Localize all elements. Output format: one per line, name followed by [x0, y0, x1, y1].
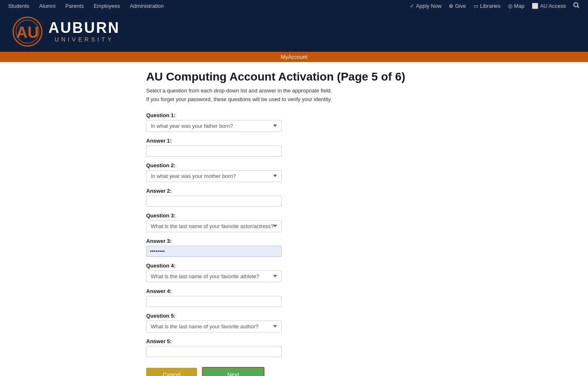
- give-icon: ⊕: [449, 3, 453, 9]
- svg-point-0: [574, 2, 578, 7]
- logo-text: AUBURN UNIVERSITY: [48, 21, 120, 43]
- answer4-label: Answer 4:: [146, 288, 442, 294]
- nav-libraries[interactable]: ▭ Libraries: [473, 3, 501, 9]
- university-subtitle: UNIVERSITY: [48, 36, 120, 43]
- nav-students[interactable]: Students: [8, 3, 29, 9]
- question3-group: Question 3: What is the last name of you…: [146, 212, 442, 232]
- top-nav-left: Students Alumni Parents Employees Admini…: [8, 3, 164, 9]
- answer4-group: Answer 4:: [146, 288, 442, 307]
- question4-label: Question 4:: [146, 263, 442, 269]
- answer5-label: Answer 5:: [146, 338, 442, 344]
- answer3-input[interactable]: [146, 246, 282, 257]
- question3-select[interactable]: What is the last name of your favorite a…: [146, 220, 282, 232]
- answer3-group: Answer 3:: [146, 238, 442, 257]
- top-nav-right: ✓ Apply Now ⊕ Give ▭ Libraries ◎ Map ⬜ A…: [410, 2, 580, 10]
- question5-label: Question 5:: [146, 313, 442, 319]
- monitor-icon: ⬜: [532, 3, 538, 9]
- subtitle-bar: MyAccount: [0, 52, 588, 62]
- nav-give[interactable]: ⊕ Give: [449, 3, 466, 9]
- nav-administration[interactable]: Administration: [130, 3, 163, 9]
- question2-select[interactable]: In what year was your mother born? In wh…: [146, 170, 282, 182]
- search-icon[interactable]: [573, 2, 580, 10]
- logo-area: AU AUBURN UNIVERSITY: [12, 16, 120, 47]
- site-header: AU AUBURN UNIVERSITY: [0, 12, 588, 52]
- question4-select[interactable]: What is the last name of your favorite a…: [146, 270, 282, 282]
- checkmark-icon: ✓: [410, 3, 414, 9]
- answer2-group: Answer 2:: [146, 188, 442, 207]
- map-icon: ◎: [508, 3, 512, 9]
- question4-group: Question 4: What is the last name of you…: [146, 263, 442, 282]
- question2-group: Question 2: In what year was your mother…: [146, 162, 442, 182]
- university-name: AUBURN: [48, 21, 120, 35]
- answer3-label: Answer 3:: [146, 238, 442, 244]
- svg-text:AU: AU: [16, 24, 39, 41]
- answer5-group: Answer 5:: [146, 338, 442, 357]
- answer2-input[interactable]: [146, 196, 282, 207]
- question1-group: Question 1: In what year was your father…: [146, 112, 442, 132]
- question3-label: Question 3:: [146, 212, 442, 219]
- question1-label: Question 1:: [146, 112, 442, 118]
- nav-alumni[interactable]: Alumni: [39, 3, 55, 9]
- question5-group: Question 5: What is the last name of you…: [146, 313, 442, 332]
- button-row: Cancel Next: [146, 367, 442, 376]
- au-logo: AU: [12, 16, 43, 47]
- answer1-label: Answer 1:: [146, 138, 442, 144]
- question2-label: Question 2:: [146, 162, 442, 168]
- svg-line-1: [578, 6, 579, 8]
- nav-parents[interactable]: Parents: [65, 3, 84, 9]
- nav-employees[interactable]: Employees: [94, 3, 120, 9]
- nav-au-access[interactable]: ⬜ AU Access: [532, 3, 566, 9]
- nav-apply-now[interactable]: ✓ Apply Now: [410, 3, 441, 9]
- nav-map[interactable]: ◎ Map: [508, 3, 524, 9]
- libraries-icon: ▭: [473, 3, 478, 9]
- answer4-input[interactable]: [146, 296, 282, 307]
- main-content: AU Computing Account Activation (Page 5 …: [138, 62, 450, 376]
- page-title: AU Computing Account Activation (Page 5 …: [146, 70, 442, 83]
- answer5-input[interactable]: [146, 346, 282, 357]
- question1-select[interactable]: In what year was your father born? In wh…: [146, 120, 282, 132]
- page-description: Select a question from each drop-down li…: [146, 87, 442, 104]
- answer1-group: Answer 1:: [146, 138, 442, 157]
- answer1-input[interactable]: [146, 145, 282, 157]
- next-button[interactable]: Next: [202, 367, 265, 376]
- answer2-label: Answer 2:: [146, 188, 442, 194]
- question5-select[interactable]: What is the last name of your favorite a…: [146, 321, 282, 332]
- top-navigation: Students Alumni Parents Employees Admini…: [0, 0, 588, 12]
- cancel-button[interactable]: Cancel: [146, 368, 197, 376]
